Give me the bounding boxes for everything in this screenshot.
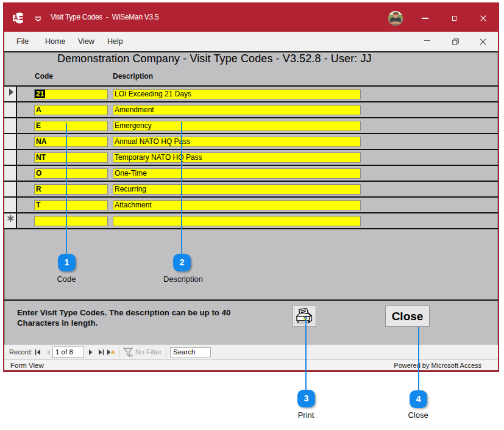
svg-text:A: A: [14, 15, 18, 21]
